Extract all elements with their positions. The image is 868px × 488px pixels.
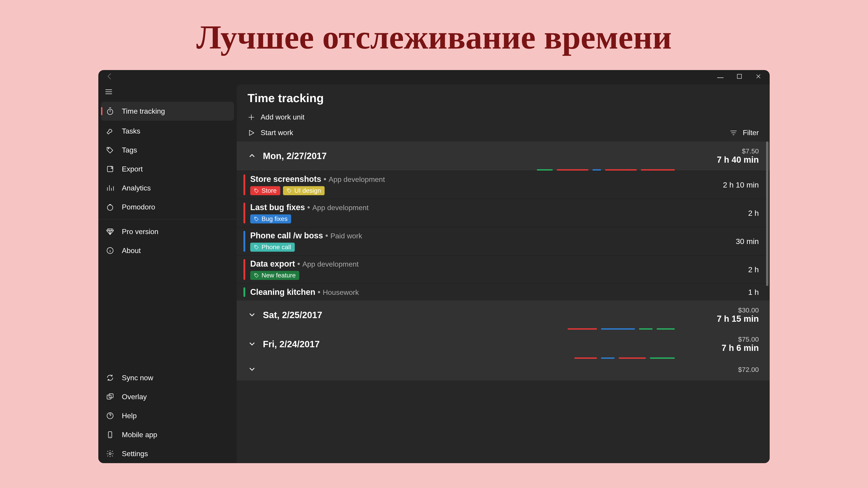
sidebar-item-label: Analytics — [122, 184, 151, 192]
tag-label: UI design — [294, 187, 321, 194]
svg-point-16 — [255, 274, 256, 275]
entry-project: App development — [312, 203, 369, 212]
sidebar-item-overlay[interactable]: Overlay — [98, 387, 237, 406]
filter-label: Filter — [743, 129, 759, 137]
time-entry[interactable]: Phone call /w boss • Paid workPhone call… — [237, 227, 770, 255]
svg-point-3 — [108, 148, 109, 149]
page-heading: Лучшее отслеживание времени — [0, 0, 868, 57]
sidebar-item-settings[interactable]: Settings — [98, 444, 237, 463]
sidebar-item-label: Pomodoro — [122, 203, 155, 211]
entry-title: Phone call /w boss — [250, 231, 323, 240]
time-entry[interactable]: Cleaning kitchen • Housework1 h — [237, 284, 770, 300]
sidebar-item-label: Mobile app — [122, 431, 157, 439]
chevron-down-icon — [248, 365, 256, 375]
start-work-button[interactable]: Start work — [248, 129, 293, 137]
chevron-down-icon — [248, 310, 256, 320]
filter-button[interactable]: Filter — [730, 129, 759, 137]
entry-tags: New feature — [250, 271, 748, 280]
stopwatch-icon — [105, 107, 115, 116]
day-header[interactable]: Mon, 2/27/2017$7.507 h 40 min — [237, 141, 770, 170]
tag-label: Phone call — [261, 243, 291, 251]
scrollbar[interactable] — [766, 141, 769, 463]
day-price: $30.00 — [717, 306, 759, 314]
sync-icon — [105, 373, 115, 382]
sidebar-item-label: Overlay — [122, 393, 147, 401]
entry-title: Last bug fixes — [250, 203, 305, 212]
sidebar-item-mobile[interactable]: Mobile app — [98, 425, 237, 444]
main-panel: Time tracking Add work unit Start work — [237, 85, 770, 463]
sidebar-item-sync[interactable]: Sync now — [98, 368, 237, 387]
sidebar-item-label: Tags — [122, 146, 137, 154]
entry-duration: 2 h — [748, 265, 759, 274]
phone-icon — [105, 430, 115, 439]
tag[interactable]: Phone call — [250, 242, 295, 252]
entry-duration: 2 h — [748, 209, 759, 218]
sidebar-item-time-tracking[interactable]: Time tracking — [101, 102, 234, 121]
svg-point-13 — [288, 189, 289, 190]
day-duration: 7 h 6 min — [721, 343, 759, 353]
sidebar-item-label: About — [122, 247, 141, 255]
diamond-icon — [105, 227, 115, 236]
time-entry[interactable]: Last bug fixes • App developmentBug fixe… — [237, 199, 770, 227]
day-duration: 7 h 40 min — [717, 155, 759, 165]
sidebar-item-label: Export — [122, 165, 143, 173]
sidebar-item-analytics[interactable]: Analytics — [98, 178, 237, 197]
time-entry[interactable]: Store screenshots • App developmentStore… — [237, 170, 770, 199]
hamburger-icon[interactable] — [98, 84, 237, 101]
entry-stripe — [243, 174, 245, 195]
sidebar-item-label: Pro version — [122, 228, 158, 236]
entry-duration: 2 h 10 min — [723, 181, 759, 189]
gear-icon — [105, 449, 115, 458]
entry-project: App development — [303, 260, 359, 268]
day-date: Fri, 2/24/2017 — [263, 339, 320, 349]
close-icon[interactable] — [755, 73, 762, 80]
entry-project: Housework — [323, 288, 359, 297]
chevron-down-icon — [248, 339, 256, 349]
sidebar-item-label: Sync now — [122, 374, 153, 382]
back-icon[interactable] — [105, 72, 114, 81]
sidebar-item-pro[interactable]: Pro version — [98, 222, 237, 241]
svg-point-15 — [255, 246, 256, 247]
svg-rect-1 — [737, 74, 742, 78]
day-header[interactable]: Fri, 2/24/2017$75.007 h 6 min — [237, 330, 770, 359]
svg-point-14 — [255, 218, 256, 218]
entry-tags: Phone call — [250, 242, 736, 252]
svg-point-12 — [255, 189, 256, 190]
sidebar-item-about[interactable]: About — [98, 241, 237, 260]
overlay-icon — [105, 392, 115, 401]
sidebar-item-help[interactable]: Help — [98, 406, 237, 425]
svg-point-5 — [107, 205, 113, 210]
pomodoro-icon — [105, 202, 115, 212]
day-date: Sat, 2/25/2017 — [263, 310, 322, 320]
entry-tags: StoreUI design — [250, 186, 723, 195]
tag[interactable]: Store — [250, 186, 280, 195]
info-icon — [105, 246, 115, 255]
tag-label: New feature — [261, 272, 296, 279]
svg-rect-4 — [107, 166, 113, 172]
sidebar-item-export[interactable]: Export — [98, 160, 237, 178]
export-icon — [105, 164, 115, 173]
tag[interactable]: New feature — [250, 271, 299, 280]
time-entry[interactable]: Data export • App developmentNew feature… — [237, 255, 770, 284]
minimize-icon[interactable] — [717, 75, 723, 79]
entry-title: Data export — [250, 259, 295, 269]
wrench-icon — [105, 127, 115, 135]
entry-stripe — [243, 287, 245, 297]
tag[interactable]: UI design — [283, 186, 324, 195]
entry-title: Cleaning kitchen — [250, 287, 315, 297]
tag-label: Store — [261, 187, 277, 194]
day-header[interactable]: Sat, 2/25/2017$30.007 h 15 min — [237, 300, 770, 330]
maximize-icon[interactable] — [736, 73, 743, 80]
day-price: $75.00 — [721, 335, 759, 343]
sidebar-item-tags[interactable]: Tags — [98, 140, 237, 160]
day-date: Mon, 2/27/2017 — [263, 151, 327, 161]
tag-icon — [105, 145, 115, 155]
tag[interactable]: Bug fixes — [250, 215, 291, 223]
day-header[interactable]: $72.00 — [237, 359, 770, 381]
sidebar-item-pomodoro[interactable]: Pomodoro — [98, 197, 237, 217]
entry-duration: 1 h — [748, 288, 759, 297]
add-work-unit-button[interactable]: Add work unit — [248, 113, 305, 121]
sidebar-item-tasks[interactable]: Tasks — [98, 122, 237, 140]
bars-icon — [105, 184, 115, 193]
sidebar: Time trackingTasksTagsExportAnalyticsPom… — [98, 84, 237, 463]
